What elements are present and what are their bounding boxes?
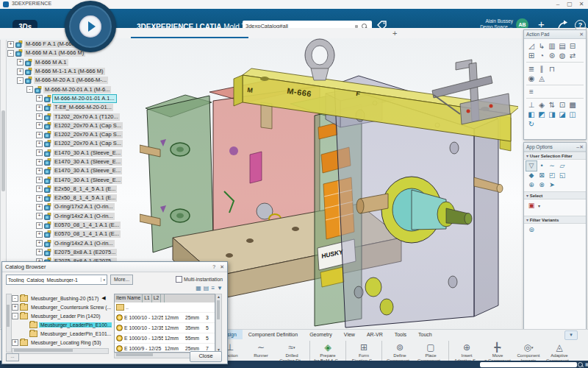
catalog-tree-scrollbar[interactable] (6, 294, 12, 353)
catalog-node-label[interactable]: Meusburger_LeaderPin_E101... (39, 331, 112, 336)
tree-node[interactable]: - M-666-M-20-01 A.1 (M-6... (7, 85, 147, 93)
expander-icon[interactable]: + (36, 249, 43, 255)
tree-node[interactable]: + E1202_20x70 A.1 (Cap S... (7, 130, 147, 139)
press-icon[interactable]: ⊟ (567, 41, 578, 51)
toolbar-button[interactable]: ▢▾ Place Component... (415, 339, 446, 363)
expander-icon[interactable]: + (36, 149, 43, 156)
bend-icon[interactable]: ↳ (537, 41, 547, 51)
pointer-icon[interactable]: ➤ (547, 180, 557, 190)
tree-node-label[interactable]: E1202_20x70 A.1 (Cap S... (53, 131, 123, 138)
tree-node[interactable]: + O-ring/14x2 A.1 (O-rin... (7, 212, 147, 221)
action-bar-tab[interactable]: Tools (389, 330, 412, 339)
scrollbar-thumb[interactable] (217, 300, 220, 319)
select-caret-icon[interactable]: ▾ (101, 277, 107, 282)
tree-node[interactable]: + O-ring/14x2 A.1 (O-rin... (7, 239, 147, 248)
tree-node-label[interactable]: T1202_20x70 A.1 (T120... (53, 113, 120, 121)
catalog-node-label[interactable]: Meusburger_Bushing-20 (517) (29, 296, 100, 301)
no-filter-icon[interactable]: ⊠ (537, 171, 547, 180)
toolbar-button[interactable]: ≈▾ Drilled Cooling Fit... (276, 339, 307, 363)
expander-icon[interactable]: + (36, 222, 43, 229)
close-panel-icon[interactable]: ✕ (579, 144, 584, 150)
tree-node-label[interactable]: M-666-M-20 A.1 (M-666-M-... (34, 77, 108, 84)
tree-node-label[interactable]: E1202_20x70 A.1 (Cap S... (53, 140, 123, 147)
scrollbar-thumb[interactable] (7, 305, 10, 327)
links-icon[interactable]: ⇅ (547, 100, 557, 110)
expander-icon[interactable]: + (36, 185, 43, 192)
tree-node-label[interactable]: E2075_8x8 A.1 (E2075... (53, 249, 117, 256)
tree-node-label[interactable]: E1470_30 A.1 (Sleeve_E... (53, 149, 122, 157)
more-button[interactable]: More... (110, 275, 133, 285)
select-mode-icon[interactable]: ▣ (526, 201, 537, 210)
anchor-icon[interactable]: ⊥ (526, 100, 537, 110)
column-header[interactable] (161, 294, 165, 302)
dialog-help-icon[interactable]: ? (212, 264, 215, 269)
section-select[interactable]: Select (524, 191, 586, 199)
expander-icon[interactable]: + (7, 41, 14, 48)
tree-node[interactable]: - M-666-M-20 A.1 (M-666-M-... (7, 76, 147, 85)
toolbar-button[interactable]: ◈▾ Prepare for BoM & C... (312, 339, 343, 363)
expander-icon[interactable]: - (12, 295, 18, 302)
expander-icon[interactable]: + (36, 159, 43, 166)
pins-icon[interactable]: ∥ (537, 64, 547, 74)
scrollbar-thumb[interactable] (116, 353, 153, 356)
tree-node-label[interactable]: M-666-M-20-01-01 A.1... (53, 95, 116, 102)
column-header[interactable]: L2 (152, 294, 162, 302)
expander-icon[interactable]: + (36, 168, 43, 174)
multi-instantiation-checkbox[interactable]: Multi-instantiation (176, 276, 223, 283)
volume-icon[interactable]: ◆ (526, 171, 537, 180)
cube-back-icon[interactable]: ◫ (567, 110, 578, 119)
table-row[interactable]: E 1000/10 - 12/35 12mm 35mm 5 (115, 323, 215, 333)
tree-node[interactable]: + E1470_30 A.1 (Sleeve_E... (7, 175, 147, 184)
left-clamp-plate[interactable] (140, 95, 213, 252)
select-caret-icon[interactable]: ▾ (538, 202, 540, 211)
section-user-selection-filter[interactable]: User Selection Filter (524, 152, 586, 160)
tree-node[interactable]: + E1202_20x70 A.1 (Cap S... (7, 121, 147, 130)
expander-icon[interactable]: - (17, 77, 24, 84)
tree-node[interactable]: + O-ring/17x2 A.1 (O-rin... (7, 202, 147, 211)
expander-icon[interactable]: + (36, 213, 43, 219)
list-view-icon[interactable]: ≡ (211, 285, 215, 291)
catalog-table-scrollbar[interactable]: ▲▼ (215, 294, 222, 353)
toolbar-button[interactable]: ∼▾ Runner (245, 339, 276, 358)
pick-partial-icon[interactable]: ◰ (547, 171, 557, 180)
eye-bolt[interactable] (305, 39, 334, 80)
user-name[interactable]: Alain Bussey (480, 18, 513, 24)
pick-inside-icon[interactable]: ◱ (557, 171, 567, 180)
dialog-close-icon[interactable]: ✕ (220, 264, 224, 270)
tree-node[interactable]: + E1202_20x70 A.1 (Cap S... (7, 139, 147, 148)
cube-front-icon[interactable]: ◧ (526, 110, 537, 119)
expander-icon[interactable]: + (12, 339, 18, 346)
plane-icon[interactable]: ▱ (557, 161, 567, 171)
toolbar-button[interactable]: ◎▾ Component Impacts (513, 339, 544, 363)
large-icons-icon[interactable]: ▦ (196, 285, 201, 291)
expander-icon[interactable]: + (36, 113, 43, 120)
tree-node[interactable]: + E1470_30 A.1 (Sleeve_E... (7, 149, 147, 158)
catalog-tree-node[interactable]: Meusburger_LeaderPin_E101... (12, 329, 112, 338)
tree-node-label[interactable]: E2x50_8_1_4_5 A.1 (E... (53, 194, 117, 202)
expander-icon[interactable]: + (36, 204, 43, 210)
catalog-tree-node[interactable]: - Meusburger_Leader Pin (1420) (12, 311, 112, 320)
variant-filter-icon[interactable]: ⊚ (526, 225, 537, 235)
tree-node-label[interactable]: E0570_08_1_4_1 A.1 (E... (53, 222, 121, 229)
table-row[interactable]: E 1000/10 - 12/25 12mm 25mm 3 (115, 313, 215, 323)
dropdown-caret-icon[interactable]: ▾ (499, 345, 501, 350)
3d-compass[interactable] (65, 1, 116, 52)
command-input[interactable] (480, 362, 577, 367)
expander-icon[interactable]: + (36, 105, 43, 111)
expander-icon[interactable]: + (36, 231, 43, 238)
catalog-tree-node[interactable]: Meusburger_LeaderPin_E100... (12, 320, 112, 329)
panel-titlebar[interactable]: Action Pad ✕ (524, 30, 586, 39)
catalog-tree-node[interactable]: - Meusburger_Bushing-20 (517) (12, 294, 112, 302)
insert-icon[interactable]: ◔ (537, 51, 547, 60)
tree-node-label[interactable]: O-ring/14x2 A.1 (O-rin... (53, 213, 115, 220)
tree-node-label[interactable]: E1470_30 A.1 (Sleeve_E... (53, 167, 122, 174)
filter-icon[interactable]: ▼ (217, 285, 223, 291)
search-options-icon[interactable] (355, 25, 358, 28)
maximize-button[interactable]: ▢ (564, 1, 575, 8)
gear-a-icon[interactable]: ⊕ (526, 180, 537, 190)
layers-icon[interactable]: ▩ (567, 100, 578, 110)
minimize-button[interactable]: – (553, 1, 563, 8)
section-filter-variants[interactable]: Filter Variants (524, 216, 586, 224)
catalog-tree-node[interactable]: + Meusburger_Locating Ring (53) (12, 338, 112, 347)
catalog-node-label[interactable]: Meusburger_Locating Ring (53) (29, 340, 103, 345)
